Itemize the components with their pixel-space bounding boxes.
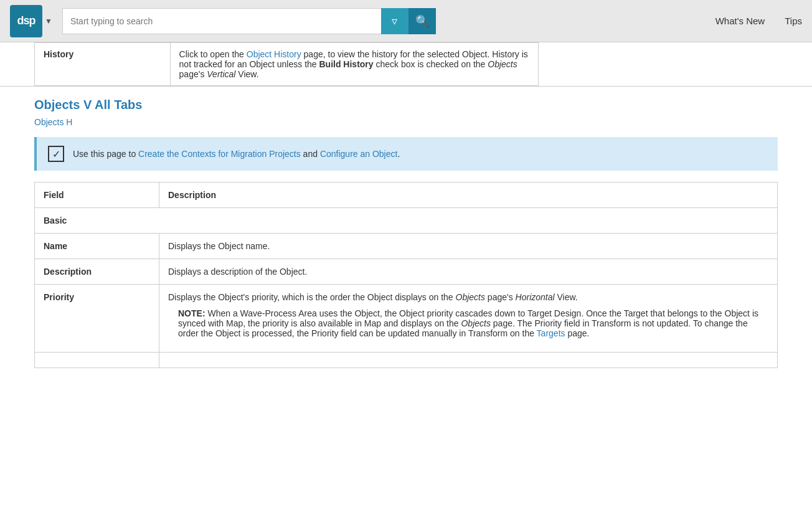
objects-h-link[interactable]: Objects H [34,117,778,127]
configure-object-link[interactable]: Configure an Object [320,149,398,159]
history-field: History [35,43,171,86]
logo-text: dsp [17,14,35,27]
col-field-header: Field [35,183,159,208]
name-row: Name Displays the Object name. [35,234,778,259]
history-table: History Click to open the Object History… [34,42,539,86]
horizontal-italic: Horizontal [516,292,555,302]
priority-description: Displays the Object's priority, which is… [159,285,778,353]
build-history-bold: Build History [319,59,373,69]
objects-italic3: Objects [461,318,490,328]
name-description: Displays the Object name. [159,234,778,259]
description-desc: Displays a description of the Object. [159,259,778,285]
main-content: History Click to open the Object History… [0,42,812,522]
filter-icon: ▿ [392,14,397,28]
logo-box: dsp [10,5,42,37]
tips-link[interactable]: Tips [785,16,802,26]
filter-button[interactable]: ▿ [381,8,408,34]
name-field: Name [35,234,159,259]
whats-new-link[interactable]: What's New [715,16,765,26]
priority-desc1: Displays the Object's priority, which is… [168,292,768,302]
basic-section-label: Basic [35,208,778,234]
create-contexts-link[interactable]: Create the Contexts for Migration Projec… [138,149,301,159]
last-empty-row [35,353,778,368]
table-header-row: Field Description [35,183,778,208]
basic-section-row: Basic [35,208,778,234]
object-history-link[interactable]: Object History [247,49,301,59]
main-doc-table: Field Description Basic Name Displays th… [34,182,778,368]
logo-area: dsp ▼ [10,5,52,37]
priority-field: Priority [35,285,159,353]
targets-link[interactable]: Targets [537,328,565,338]
search-area: ▿ 🔍 [62,8,436,34]
col-desc-header: Description [159,183,778,208]
last-field-cell [35,353,159,368]
search-button[interactable]: 🔍 [408,8,436,34]
last-desc-cell [159,353,778,368]
section-heading: Objects V All Tabs [34,98,778,112]
main-table-wrap: Field Description Basic Name Displays th… [34,182,778,368]
history-description: Click to open the Object History page, t… [170,43,538,86]
info-box: ✓ Use this page to Create the Contexts f… [34,137,778,171]
objects-italic2: Objects [456,292,485,302]
vertical-italic: Vertical [207,69,235,79]
search-icon: 🔍 [415,14,429,28]
priority-desc-content: Displays the Object's priority, which is… [168,292,768,338]
objects-italic: Objects [488,59,517,69]
logo-dropdown-icon[interactable]: ▼ [45,17,52,26]
nav-links: What's New Tips [715,16,802,26]
priority-note: NOTE: When a Wave-Process Area uses the … [168,308,768,338]
priority-row: Priority Displays the Object's priority,… [35,285,778,353]
history-row: History Click to open the Object History… [35,43,539,86]
checkbox-icon: ✓ [48,146,64,162]
note-label: NOTE: [178,308,205,318]
search-input[interactable] [62,8,381,34]
description-row: Description Displays a description of th… [35,259,778,285]
header: dsp ▼ ▿ 🔍 What's New Tips [0,0,812,42]
description-field: Description [35,259,159,285]
info-text: Use this page to Create the Contexts for… [73,149,400,159]
history-section: History Click to open the Object History… [0,42,812,87]
